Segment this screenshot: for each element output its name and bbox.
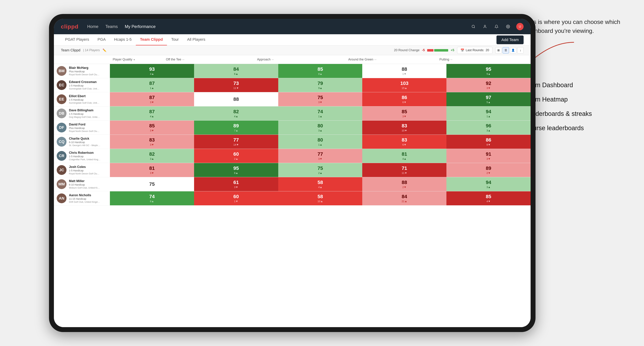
stat-change: 3▲ bbox=[318, 129, 322, 132]
stat-change: 3▼ bbox=[486, 86, 490, 89]
table-row[interactable]: DFDavid FordPlus HandicapRoyal North Dev… bbox=[54, 121, 530, 135]
nav-items: Home Teams My Performance bbox=[87, 24, 156, 29]
stat-cell: 958▲ bbox=[194, 163, 278, 177]
player-info: CRChris Robertson1-5 HandicapCraigmillar… bbox=[54, 149, 110, 163]
subnav-teamclippd[interactable]: Team Clippd bbox=[136, 34, 167, 45]
player-handicap: 1-5 Handicap bbox=[69, 113, 100, 115]
stat-value: 81 bbox=[402, 152, 407, 157]
stat-change: 3▼ bbox=[150, 129, 154, 132]
stat-cell: 934▲ bbox=[110, 64, 194, 78]
stat-change: 9▲ bbox=[318, 86, 322, 89]
stat-value: 84 bbox=[402, 194, 407, 199]
table-row[interactable]: CRChris Robertson1-5 HandicapCraigmillar… bbox=[54, 149, 530, 163]
stat-value: 88 bbox=[234, 97, 239, 102]
change-plus: +5 bbox=[450, 48, 454, 52]
subnav-allplayers[interactable]: All Players bbox=[183, 34, 210, 45]
player-handicap: Plus Handicap bbox=[69, 70, 100, 73]
player-name: Chris Robertson bbox=[69, 151, 100, 155]
col-header-player: Player Quality ▼ bbox=[110, 55, 166, 64]
col-header-putting: Putting — bbox=[440, 55, 530, 64]
stat-change: 10▲ bbox=[318, 200, 323, 203]
last-rounds-button[interactable]: 📅 Last Rounds: 20 bbox=[457, 47, 492, 54]
subnav-pgat[interactable]: PGAT Players bbox=[61, 34, 93, 45]
player-club: Royal North Devon Golf Club, United King… bbox=[69, 130, 100, 133]
subnav-tour[interactable]: Tour bbox=[167, 34, 183, 45]
stat-change: 1▲ bbox=[318, 143, 322, 146]
table-row[interactable]: MMMatt Miller6-10 HandicapWoburn Golf Cl… bbox=[54, 177, 530, 191]
player-club: Sunningdale Golf Club, United Kingdom bbox=[69, 102, 100, 104]
stat-value: 89 bbox=[234, 123, 239, 128]
stat-change: 4▼ bbox=[486, 200, 490, 203]
stat-change: 4▲ bbox=[150, 72, 154, 75]
stat-cell: 799▲ bbox=[278, 78, 362, 92]
settings-icon[interactable] bbox=[505, 23, 511, 30]
stat-value: 95 bbox=[486, 67, 491, 72]
stat-cell: 943▲ bbox=[446, 177, 530, 191]
nav-item-teams[interactable]: Teams bbox=[105, 24, 118, 29]
stat-change: 3▼ bbox=[150, 143, 154, 146]
avatar: AN bbox=[57, 193, 66, 203]
player-info: EEElliot Ebert1-5 HandicapSunningdale Go… bbox=[54, 92, 110, 106]
stat-value: 85 bbox=[486, 194, 491, 199]
edit-icon[interactable]: ✏️ bbox=[102, 48, 106, 52]
stat-change: 3▼ bbox=[318, 157, 322, 160]
table-row[interactable]: ECEdward Crossman1-5 HandicapSunningdale… bbox=[54, 78, 530, 92]
stat-cell: 601▼ bbox=[194, 191, 278, 205]
nav-avatar[interactable]: U bbox=[516, 23, 524, 30]
calendar-icon: 📅 bbox=[460, 48, 464, 52]
stat-value: 83 bbox=[402, 138, 407, 142]
stat-value: 71 bbox=[402, 166, 407, 171]
grid-view-button[interactable]: ⊞ bbox=[495, 47, 502, 53]
player-details: Edward Crossman1-5 HandicapSunningdale G… bbox=[69, 80, 100, 90]
stat-value: 83 bbox=[149, 138, 155, 142]
annotation-menu-item: Leaderboards & streaks bbox=[525, 107, 637, 121]
player-name: Blair McHarg bbox=[69, 66, 100, 70]
stat-cell: 613▼ bbox=[194, 177, 278, 191]
subnav-pga[interactable]: PGA bbox=[93, 34, 110, 45]
table-row[interactable]: EEElliot Ebert1-5 HandicapSunningdale Go… bbox=[54, 92, 530, 106]
stat-cell: 959▲ bbox=[446, 64, 530, 78]
nav-item-home[interactable]: Home bbox=[87, 24, 98, 29]
table-row[interactable]: JCJosh Coles1-5 HandicapRoyal North Devo… bbox=[54, 163, 530, 177]
table-row[interactable]: ANAaron Nicholls11-15 HandicapDrift Golf… bbox=[54, 191, 530, 205]
stat-value: 80 bbox=[318, 123, 323, 128]
stat-value: 75 bbox=[318, 95, 323, 100]
stat-cell: 846▲ bbox=[194, 64, 278, 78]
stat-change: 2▲ bbox=[318, 172, 322, 174]
stat-change: 8▼ bbox=[486, 143, 490, 146]
stat-change: 2▲ bbox=[234, 157, 238, 160]
stat-value: 93 bbox=[149, 67, 155, 72]
stat-change: 4▲ bbox=[318, 185, 322, 188]
stat-change: 9▲ bbox=[486, 72, 490, 75]
user-icon[interactable] bbox=[482, 23, 488, 30]
annotation-menu-item: Team Dashboard bbox=[525, 78, 637, 92]
stat-change: 3▼ bbox=[486, 157, 490, 160]
annotation-menu-item: Course leaderboards bbox=[525, 121, 637, 135]
bell-icon[interactable] bbox=[493, 23, 500, 30]
stat-cell: 873▼ bbox=[110, 92, 194, 106]
stat-cell: 882▼ bbox=[362, 177, 446, 191]
player-handicap: 1-5 Handicap bbox=[69, 155, 100, 158]
player-details: Charlie Quick6-10 HandicapSt. George's H… bbox=[69, 137, 100, 147]
subnav-hcaps[interactable]: Hcaps 1-5 bbox=[110, 34, 136, 45]
table-row[interactable]: DBDave Billingham1-5 HandicapGog Magog G… bbox=[54, 106, 530, 121]
add-team-button[interactable]: Add Team bbox=[496, 35, 524, 44]
player-details: Josh Coles1-5 HandicapRoyal North Devon … bbox=[69, 165, 100, 175]
search-icon[interactable] bbox=[470, 23, 477, 30]
stat-cell: 7714▼ bbox=[194, 135, 278, 149]
stat-cell: 88 bbox=[194, 92, 278, 106]
avatar: BM bbox=[57, 66, 66, 76]
tablet-screen: clippd Home Teams My Performance bbox=[54, 19, 530, 327]
download-button[interactable]: ↓ bbox=[517, 47, 524, 53]
person-view-button[interactable]: 👤 bbox=[510, 47, 516, 53]
table-row[interactable]: CQCharlie Quick6-10 HandicapSt. George's… bbox=[54, 135, 530, 149]
player-rows: BMBlair McHargPlus HandicapRoyal North D… bbox=[54, 64, 530, 205]
stat-cell: 803▲ bbox=[278, 121, 362, 135]
stat-change: 11▼ bbox=[233, 86, 239, 89]
table-row[interactable]: BMBlair McHargPlus HandicapRoyal North D… bbox=[54, 64, 530, 78]
bar-green bbox=[434, 49, 448, 51]
nav-item-myperformance[interactable]: My Performance bbox=[125, 24, 156, 29]
subnav: PGAT Players PGA Hcaps 1-5 Team Clippd T… bbox=[54, 34, 530, 45]
table-view-button[interactable]: ☰ bbox=[502, 47, 509, 53]
player-info: DBDave Billingham1-5 HandicapGog Magog G… bbox=[54, 106, 110, 120]
